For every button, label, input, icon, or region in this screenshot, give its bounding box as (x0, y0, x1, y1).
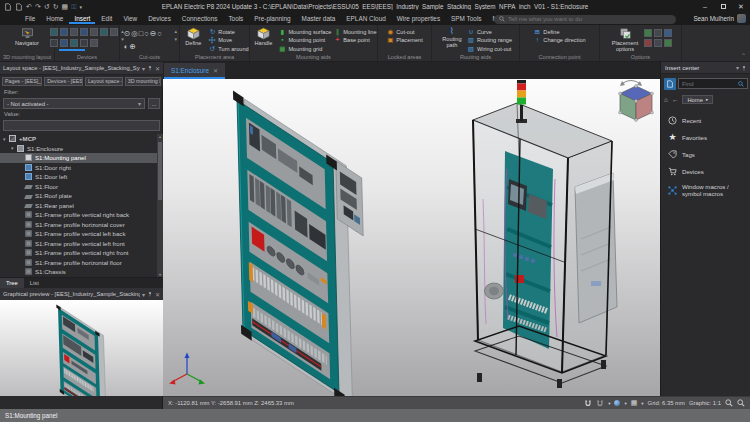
tree-item-door-left[interactable]: S1:Door left (0, 172, 157, 182)
cutout-shape-icons-row2[interactable]: ◐⊕ (124, 41, 137, 52)
option-icon[interactable] (664, 39, 672, 47)
device-icon[interactable] (50, 39, 58, 47)
define-placement-area-button[interactable]: Define (180, 26, 206, 47)
change-direction-button[interactable]: ↑Change direction (533, 37, 585, 45)
tell-me-input[interactable] (508, 16, 671, 22)
snap-dropdown-icon[interactable]: ▾ (608, 401, 610, 406)
qat-dropdown-icon[interactable]: ▾ (79, 4, 82, 10)
snap-magnet-icon[interactable] (584, 399, 592, 407)
user-account[interactable]: Sean Mulherin (693, 14, 746, 23)
insert-item-tags[interactable]: Tags (661, 146, 750, 163)
filter-select[interactable]: - Not activated - ▾ (3, 98, 145, 109)
device-icon[interactable] (60, 39, 68, 47)
pin-icon[interactable] (741, 65, 747, 71)
pin-icon[interactable] (147, 65, 153, 71)
menu-tab-insert[interactable]: Insert (69, 14, 95, 24)
minimize-button[interactable]: – (696, 0, 714, 13)
navigator-button[interactable]: Navigator (11, 26, 43, 47)
menu-tab-pre-planning[interactable]: Pre-planning (249, 14, 295, 24)
locked-placement-button[interactable]: ▣Placement (386, 37, 422, 45)
option-icon[interactable] (644, 39, 652, 47)
tree-item-frame-vlf[interactable]: S1:Frame profile vertical left front (0, 239, 157, 249)
insert-item-devices[interactable]: Devices (661, 163, 750, 180)
tree-item-frame-vrf[interactable]: S1:Frame profile vertical right front (0, 248, 157, 258)
tree-item-chassis[interactable]: S1:Chassis (0, 267, 157, 277)
options-icon-grid[interactable] (644, 26, 673, 48)
menu-tab-file[interactable]: File (20, 14, 40, 24)
back-icon[interactable]: ← (672, 96, 679, 103)
object-snap-magnet-icon[interactable] (596, 399, 604, 407)
pin-icon[interactable] (147, 291, 153, 297)
device-icon[interactable] (90, 39, 98, 47)
grid-icon[interactable]: ▦ (631, 399, 638, 407)
menu-tab-view[interactable]: View (118, 14, 142, 24)
insert-item-favorites[interactable]: ★ Favorites (661, 129, 750, 146)
menu-tab-edit[interactable]: Edit (96, 14, 117, 24)
move-button[interactable]: Move (208, 37, 248, 45)
open-page-icon[interactable] (15, 3, 23, 11)
mounting-grid-button[interactable]: ▦Mounting grid (278, 45, 331, 53)
tab-tree[interactable]: Tree (0, 278, 24, 288)
device-icon[interactable] (60, 28, 68, 36)
tree-item-mounting-panel[interactable]: S1:Mounting panel (0, 153, 157, 163)
tree-item-frame-hf[interactable]: S1:Frame profile horizontal floor (0, 258, 157, 268)
cutout-shape-icons-row1[interactable]: ⊙◎□○⊖○ (124, 28, 163, 39)
close-button[interactable]: ✕ (732, 0, 750, 13)
grid-dropdown-icon[interactable]: ▾ (641, 401, 643, 406)
insert-dropdown-icon[interactable]: ▾ (736, 64, 739, 71)
menu-tab-tools[interactable]: Tools (223, 14, 248, 24)
menu-tab-spm-tools[interactable]: SPM Tools (446, 14, 486, 24)
value-input[interactable] (3, 120, 160, 131)
insert-center-header[interactable]: Insert center ▾ (661, 62, 750, 74)
tell-me-search[interactable] (494, 15, 676, 25)
placement-options-button[interactable]: Placement options (608, 26, 642, 53)
tree-item-roof-plate[interactable]: S1:Roof plate (0, 191, 157, 201)
cutouts-scroll[interactable]: ▴▾ (174, 26, 177, 42)
device-icon[interactable] (110, 28, 118, 36)
tree-item-frame-vrb[interactable]: S1:Frame profile vertical right back (0, 210, 157, 220)
redo-icon[interactable]: ↷ (35, 3, 41, 11)
undo-icon[interactable]: ↶ (26, 3, 32, 11)
find-search-icon[interactable] (738, 81, 744, 87)
tab-s1-enclosure[interactable]: S1:Enclosure ✕ (164, 63, 225, 79)
tree-item-floor[interactable]: S1:Floor (0, 182, 157, 192)
device-icon[interactable] (80, 39, 88, 47)
tree-item-enclosure[interactable]: ▾S1:Enclosure (0, 144, 157, 154)
dock-tab-3d-mounting[interactable]: 3D mounting l... (125, 77, 161, 86)
turn-around-button[interactable]: ↺Turn around (208, 45, 248, 53)
mounting-line-button[interactable]: ∥Mounting line (333, 28, 376, 36)
tree-item-frame-hc[interactable]: S1:Frame profile horizontal cover (0, 220, 157, 230)
zoom-in-icon[interactable] (737, 399, 745, 407)
dock-tab-pages[interactable]: Pages - [EES]_I... (2, 77, 42, 86)
menu-tab-home[interactable]: Home (41, 14, 68, 24)
device-icon[interactable] (50, 28, 58, 36)
refresh-back-icon[interactable]: ↺ (44, 3, 50, 11)
base-point-button[interactable]: +Base point (333, 37, 376, 45)
wiring-cutout-button[interactable]: ▧Wiring cut-out (467, 45, 512, 53)
filter-more-button[interactable]: ... (148, 98, 160, 109)
device-icon[interactable] (90, 28, 98, 36)
breadcrumb[interactable]: Home ▸ (682, 95, 713, 104)
option-icon[interactable] (664, 29, 672, 37)
menu-tab-eplan-cloud[interactable]: EPLAN Cloud (341, 14, 390, 24)
device-icon[interactable] (70, 39, 78, 47)
menu-tab-master-data[interactable]: Master data (297, 14, 341, 24)
option-icon[interactable] (654, 39, 662, 47)
preview-close-icon[interactable]: ✕ (155, 291, 160, 298)
grid-table-icon[interactable]: ▦ (62, 3, 69, 11)
locked-cutout-button[interactable]: ◉Cut-out (386, 28, 422, 36)
refresh-icon[interactable]: ↻ (53, 3, 59, 11)
insert-item-window-macros[interactable]: Window macros /symbol macros (661, 180, 750, 200)
tree-item-rear-panel[interactable]: S1:Rear panel (0, 201, 157, 211)
handle-button[interactable]: Handle (250, 26, 276, 47)
routing-range-button[interactable]: ▥Routing range (467, 37, 512, 45)
workplane-sphere-icon[interactable] (614, 400, 620, 406)
device-icon[interactable] (80, 28, 88, 36)
mounting-point-button[interactable]: ▪Mounting point (278, 37, 331, 45)
menu-tab-wire-properties[interactable]: Wire properties (392, 14, 445, 24)
dock-dropdown-icon[interactable]: ▾ (142, 65, 145, 72)
routing-path-button[interactable]: ⌇ Routing path (439, 26, 465, 49)
zoom-out-icon[interactable] (725, 399, 733, 407)
mounting-surface-button[interactable]: ▮Mounting surface (278, 28, 331, 36)
home-icon[interactable]: ⌂ (664, 96, 668, 103)
